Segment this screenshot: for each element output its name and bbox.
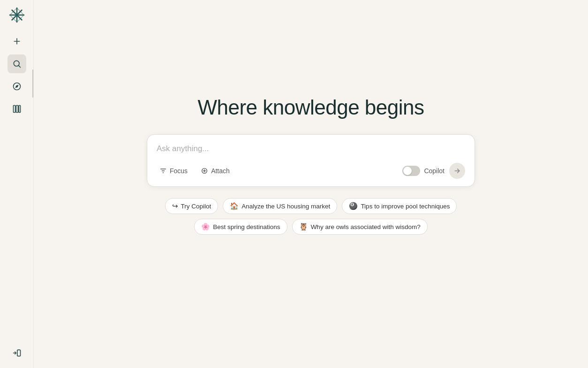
new-thread-button[interactable]	[8, 32, 26, 51]
suggestions-container: ↪ Try Copilot 🏠 Analyze the US housing m…	[147, 198, 475, 235]
discover-nav-button[interactable]	[8, 77, 26, 96]
suggestion-text: Try Copilot	[181, 203, 211, 210]
library-nav-button[interactable]	[8, 100, 26, 118]
sidebar-bottom	[8, 344, 26, 362]
suggestion-text: Analyze the US housing market	[241, 203, 330, 210]
sidebar	[0, 0, 34, 368]
page-headline: Where knowledge begins	[197, 96, 424, 119]
suggestion-text: Best spring destinations	[213, 223, 280, 230]
copilot-toggle-track[interactable]	[402, 166, 420, 176]
svg-rect-18	[17, 350, 20, 356]
suggestion-emoji: 🦉	[299, 222, 308, 231]
suggestion-pool-tips[interactable]: 🎱 Tips to improve pool techniques	[342, 198, 457, 214]
svg-rect-14	[13, 106, 15, 113]
suggestion-text: Tips to improve pool techniques	[361, 203, 450, 210]
filter-icon	[159, 167, 167, 175]
suggestion-housing-market[interactable]: 🏠 Analyze the US housing market	[223, 198, 337, 214]
copilot-toggle: Copilot	[402, 166, 445, 176]
arrow-right-icon	[453, 167, 461, 175]
focus-button[interactable]: Focus	[157, 165, 190, 176]
attach-label: Attach	[211, 167, 230, 175]
search-nav-button[interactable]	[8, 54, 26, 73]
suggestion-owls-wisdom[interactable]: 🦉 Why are owls associated with wisdom?	[292, 219, 428, 235]
copilot-label: Copilot	[424, 167, 445, 175]
suggestion-emoji: 🎱	[349, 202, 358, 210]
submit-button[interactable]	[449, 163, 465, 179]
suggestion-emoji: 🌸	[201, 222, 210, 231]
search-footer-left: Focus Attach	[157, 165, 233, 176]
svg-rect-15	[16, 106, 18, 113]
main-content: Where knowledge begins Focus	[34, 0, 588, 368]
suggestion-emoji: ↪	[172, 202, 178, 210]
search-footer-right: Copilot	[402, 163, 465, 179]
svg-rect-16	[19, 106, 20, 113]
svg-line-11	[18, 66, 20, 68]
sidebar-divider	[32, 69, 33, 98]
attach-icon	[201, 167, 208, 175]
attach-button[interactable]: Attach	[198, 165, 233, 176]
focus-label: Focus	[170, 167, 188, 175]
svg-marker-13	[15, 84, 18, 88]
copilot-toggle-thumb	[403, 167, 412, 175]
suggestion-text: Why are owls associated with wisdom?	[311, 223, 421, 230]
search-input[interactable]	[157, 144, 465, 153]
expand-sidebar-button[interactable]	[8, 344, 26, 362]
suggestion-spring-destinations[interactable]: 🌸 Best spring destinations	[194, 219, 287, 235]
search-footer: Focus Attach Copilot	[157, 163, 465, 179]
logo[interactable]	[8, 6, 26, 24]
search-box: Focus Attach Copilot	[147, 134, 475, 187]
svg-point-10	[14, 61, 19, 66]
suggestion-emoji: 🏠	[230, 202, 239, 210]
suggestion-try-copilot[interactable]: ↪ Try Copilot	[165, 198, 219, 214]
